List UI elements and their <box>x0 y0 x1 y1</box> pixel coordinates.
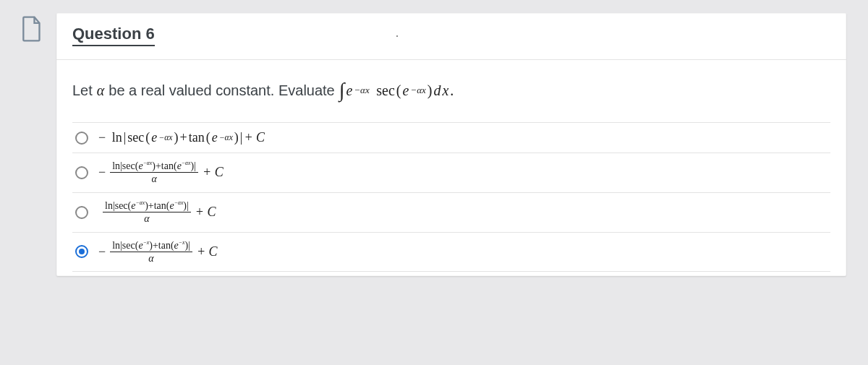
question-body: Let α be a real valued constant. Evaluat… <box>56 60 846 276</box>
question-card: Question 6 Let α be a real valued consta… <box>56 13 846 276</box>
prompt-alpha: α <box>97 82 105 99</box>
opt2-den: α <box>151 173 156 184</box>
option-1[interactable]: − ln | sec ( e−αx ) + tan ( e−αx ) | <box>72 123 830 153</box>
opt2-plus: + <box>156 160 161 171</box>
options-list: − ln | sec ( e−αx ) + tan ( e−αx ) | <box>72 122 830 272</box>
integrand-exp: −αx <box>354 85 369 96</box>
opt2-fraction: ln|sec(e−αx)+tan(e−αx)| α <box>110 160 198 185</box>
opt4-den: α <box>148 252 153 264</box>
opt1-e2: e <box>212 130 218 145</box>
integrand-e: e <box>346 82 352 99</box>
opt1-tail: + C <box>244 130 265 145</box>
opt2-exp2: −αx <box>182 160 191 166</box>
decorative-dot <box>396 35 398 37</box>
opt3-fraction: ln|sec(e−αx)+tan(e−αx)| α <box>103 200 191 225</box>
opt2-ln: ln <box>112 160 120 171</box>
opt3-exp1: −αx <box>135 199 145 206</box>
opt1-exp1: −αx <box>158 133 172 142</box>
opt1-exp2: −αx <box>219 133 233 142</box>
dx-x: x <box>442 82 448 99</box>
opt4-lead: − <box>98 244 106 259</box>
opt4-plus: + <box>153 240 158 251</box>
opt2-pipe2: | <box>194 160 196 171</box>
opt4-tail: + C <box>197 244 218 259</box>
opt2-sec: sec <box>122 160 135 171</box>
opt4-pipe2: | <box>188 240 190 251</box>
integral-symbol: ∫ <box>339 79 345 102</box>
radio-2[interactable] <box>75 166 88 179</box>
opt1-pipe2: | <box>240 130 243 145</box>
opt1-ln: ln <box>112 130 122 145</box>
opt1-e1: e <box>151 130 157 145</box>
opt3-exp2: −αx <box>174 199 184 206</box>
option-3[interactable]: ln|sec(e−αx)+tan(e−αx)| α + C <box>72 193 830 233</box>
opt4-sec: sec <box>122 240 135 251</box>
paren-close: ) <box>427 82 433 99</box>
question-number: Question 6 <box>72 25 155 46</box>
opt4-fraction: ln|sec(e−x)+tan(e−x)| α <box>110 240 192 265</box>
opt4-ln: ln <box>112 240 120 251</box>
opt2-lead: − <box>98 165 106 180</box>
opt2-exp1: −αx <box>143 160 153 166</box>
option-2-math: − ln|sec(e−αx)+tan(e−αx)| α + C <box>98 160 224 185</box>
option-3-math: ln|sec(e−αx)+tan(e−αx)| α + C <box>98 200 216 225</box>
opt1-close2: ) <box>234 130 239 145</box>
opt1-sec: sec <box>127 130 144 145</box>
opt2-tan: tan <box>161 160 174 171</box>
opt3-ln: ln <box>105 200 113 211</box>
opt3-tail: + C <box>195 205 216 220</box>
sec-arg-exp: −αx <box>410 85 425 96</box>
opt1-tan: tan <box>189 130 205 145</box>
radio-3[interactable] <box>75 206 88 219</box>
opt4-tan: tan <box>158 240 171 251</box>
question-header: Question 6 <box>56 13 846 60</box>
opt1-open2: ( <box>206 130 210 145</box>
dx-d: d <box>433 82 441 99</box>
sec-func: sec <box>376 82 395 99</box>
opt3-plus: + <box>148 200 154 211</box>
opt4-exp1: −x <box>143 239 150 246</box>
opt2-tail: + C <box>203 165 224 180</box>
page-icon <box>22 16 42 42</box>
prompt-integral: ∫ e−αx sec ( e−αx ) dx . <box>339 79 454 102</box>
option-4[interactable]: − ln|sec(e−x)+tan(e−x)| α + C <box>72 233 830 272</box>
opt3-pipe2: | <box>187 200 189 211</box>
paren-open: ( <box>396 82 401 99</box>
question-prompt: Let α be a real valued constant. Evaluat… <box>72 79 830 102</box>
option-1-math: − ln | sec ( e−αx ) + tan ( e−αx ) | <box>98 130 265 145</box>
radio-1[interactable] <box>75 132 88 145</box>
opt1-close1: ) <box>174 130 178 145</box>
opt3-den: α <box>144 212 149 224</box>
option-2[interactable]: − ln|sec(e−αx)+tan(e−αx)| α + C <box>72 153 830 193</box>
opt1-lead: − <box>98 130 106 145</box>
opt1-pipe1: | <box>124 130 127 145</box>
opt1-open1: ( <box>145 130 150 145</box>
radio-4[interactable] <box>75 245 88 258</box>
prompt-text-mid: be a real valued constant. Evaluate <box>109 82 334 99</box>
option-4-math: − ln|sec(e−x)+tan(e−x)| α + C <box>98 240 218 265</box>
sec-arg-e: e <box>402 82 409 99</box>
opt1-plus: + <box>179 130 187 145</box>
opt3-sec: sec <box>115 200 128 211</box>
opt3-tan: tan <box>154 200 166 211</box>
prompt-period: . <box>450 82 454 99</box>
question-container: Question 6 Let α be a real valued consta… <box>22 13 846 276</box>
prompt-text-lead: Let <box>72 82 93 99</box>
